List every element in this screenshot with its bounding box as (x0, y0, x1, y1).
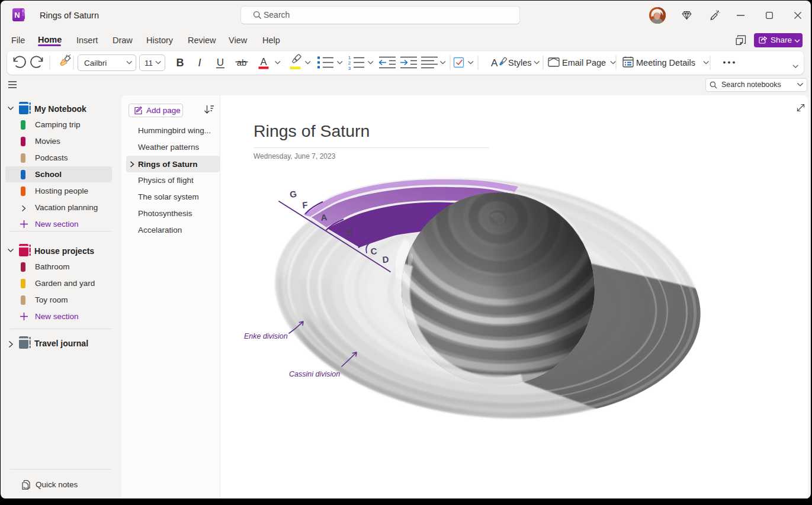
svg-text:Cassini division: Cassini division (289, 370, 340, 378)
svg-text:B: B (176, 57, 184, 69)
svg-text:G: G (289, 189, 297, 200)
svg-text:Enke division: Enke division (244, 332, 288, 340)
svg-text:I: I (198, 57, 201, 69)
svg-text:Styles: Styles (508, 58, 532, 67)
svg-text:Cailbri: Cailbri (84, 59, 107, 67)
svg-text:D: D (382, 254, 389, 265)
svg-text:C: C (370, 246, 377, 256)
svg-text:B: B (346, 227, 353, 237)
svg-text:U: U (217, 57, 224, 68)
svg-text:N: N (14, 11, 20, 20)
svg-text:3: 3 (348, 66, 351, 71)
svg-text:F: F (302, 200, 309, 210)
svg-text:1: 1 (348, 55, 351, 60)
svg-text:A: A (491, 57, 498, 69)
svg-text:2: 2 (348, 60, 351, 66)
svg-text:A: A (320, 212, 328, 223)
svg-text:Email Page: Email Page (562, 58, 606, 67)
svg-text:A: A (260, 56, 267, 67)
svg-text:11: 11 (145, 59, 153, 67)
svg-text:Meeting Details: Meeting Details (636, 58, 695, 67)
